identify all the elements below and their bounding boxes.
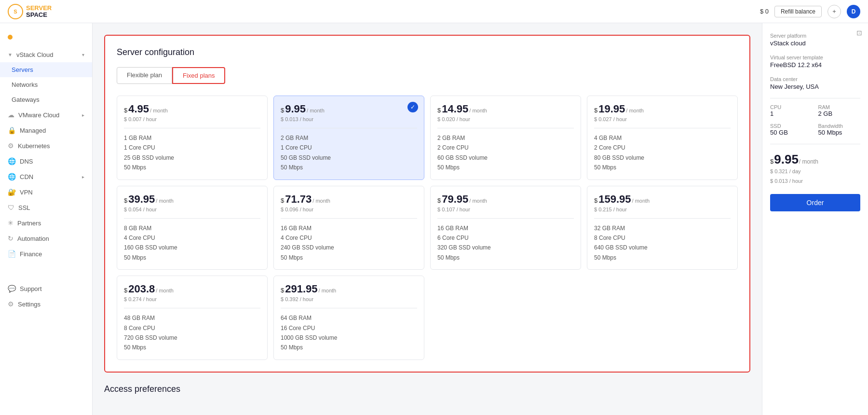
sidebar-item-cdn[interactable]: 🌐 CDN ▸ [0, 169, 92, 184]
plan-3-period: / month [469, 108, 487, 113]
bandwidth-label: Bandwidth [818, 123, 861, 129]
plan-8-hour: $ 0.215 / hour [594, 207, 731, 212]
sidebar-item-gateways[interactable]: Gateways [0, 92, 92, 107]
automation-icon: ↻ [8, 235, 14, 242]
sidebar-item-finance[interactable]: 📄 Finance [0, 246, 92, 262]
specs-grid: CPU 1 RAM 2 GB SSD 50 GB Bandwidth 50 Mb… [770, 104, 860, 136]
datacenter-value: New Jersey, USA [770, 83, 860, 90]
kubernetes-icon: ⚙ [8, 142, 14, 150]
plan-7-specs: 16 GB RAM 6 Core CPU 320 GB SSD volume 5… [437, 223, 574, 263]
tab-flexible[interactable]: Flexible plan [117, 67, 172, 84]
price-big-period: / month [799, 158, 818, 165]
order-button[interactable]: Order [770, 194, 860, 211]
plan-2-selected-icon: ✓ [407, 102, 418, 112]
plan-1-dollar: $ [124, 107, 127, 113]
plan-3-hour: $ 0.020 / hour [437, 116, 574, 122]
plan-2-amount: 9.95 [285, 103, 306, 115]
plan-9-period: / month [156, 288, 174, 293]
template-value: FreeBSD 12.2 x64 [770, 61, 860, 69]
plan-card-2[interactable]: $ 9.95 / month $ 0.013 / hour ✓ 2 GB RAM… [273, 96, 424, 180]
price-big-amount: 9.95 [774, 152, 799, 167]
sidebar-item-automation[interactable]: ↻ Automation [0, 231, 92, 246]
plan-10-dollar: $ [281, 287, 284, 293]
plan-4-amount: 19.95 [598, 103, 625, 115]
sidebar-item-kubernetes[interactable]: ⚙ Kubernetes [0, 138, 92, 153]
minimize-panel-button[interactable]: ⊡ [856, 29, 862, 37]
plan-card-7[interactable]: $ 79.95 / month $ 0.107 / hour 16 GB RAM… [430, 186, 581, 270]
plan-9-hour: $ 0.274 / hour [124, 296, 260, 302]
plan-card-10[interactable]: $ 291.95 / month $ 0.392 / hour 64 GB RA… [273, 276, 424, 360]
plan-2-dollar: $ [281, 107, 284, 113]
plan-6-amount: 71.73 [285, 193, 312, 206]
refill-balance-button[interactable]: Refill balance [774, 6, 822, 17]
sidebar-item-dns-label: DNS [20, 158, 33, 165]
plan-10-specs: 64 GB RAM 16 Core CPU 1000 GB SSD volume… [281, 313, 417, 353]
sidebar: ▼ vStack Cloud ▾ Servers Networks Gatewa… [0, 23, 93, 415]
sidebar-item-vpn-label: VPN [20, 189, 33, 196]
sidebar-item-managed[interactable]: 🔒 Managed [0, 123, 92, 138]
plan-4-hour: $ 0.027 / hour [594, 116, 731, 122]
managed-icon: 🔒 [8, 126, 16, 134]
chevron-down-icon: ▼ [8, 52, 13, 57]
server-platform-label: Server platform [770, 33, 860, 39]
sidebar-item-settings[interactable]: ⚙ Settings [0, 296, 92, 312]
plan-1-specs: 1 GB RAM 1 Core CPU 25 GB SSD volume 50 … [124, 133, 260, 173]
sidebar-item-networks[interactable]: Networks [0, 77, 92, 92]
plan-7-amount: 79.95 [442, 193, 468, 206]
plan-10-amount: 291.95 [285, 283, 317, 295]
price-hour: $ 0.013 / hour [770, 177, 860, 186]
template-label: Virtual server template [770, 55, 860, 60]
partners-icon: ✳ [8, 219, 14, 227]
chevron-right-icon2: ▸ [82, 112, 84, 118]
server-platform-value: vStack cloud [770, 40, 860, 47]
add-button[interactable]: + [827, 5, 841, 18]
ram-spec: RAM 2 GB [818, 104, 861, 117]
plan-tabs: Flexible plan Fixed plans [117, 67, 738, 84]
balance-amount: $ 0 [760, 8, 769, 15]
plan-5-hour: $ 0.054 / hour [124, 207, 260, 212]
plan-1-amount: 4.95 [128, 103, 149, 115]
plan-2-specs: 2 GB RAM 1 Core CPU 50 GB SSD volume 50 … [281, 133, 417, 173]
datacenter-row: Data center New Jersey, USA [770, 76, 860, 90]
plan-7-hour: $ 0.107 / hour [437, 207, 574, 212]
plan-card-1[interactable]: $ 4.95 / month $ 0.007 / hour 1 GB RAM 1… [117, 96, 268, 180]
plans-grid: $ 4.95 / month $ 0.007 / hour 1 GB RAM 1… [117, 96, 738, 360]
plan-2-period: / month [307, 108, 325, 113]
plan-10-hour: $ 0.392 / hour [281, 296, 417, 302]
sidebar-item-automation-label: Automation [17, 235, 49, 242]
sidebar-item-partners[interactable]: ✳ Partners [0, 215, 92, 231]
server-config-section: Server configuration Flexible plan Fixed… [104, 35, 750, 373]
plan-3-dollar: $ [437, 107, 441, 113]
tab-fixed[interactable]: Fixed plans [172, 67, 225, 84]
sidebar-item-support[interactable]: 💬 Support [0, 281, 92, 296]
plan-4-dollar: $ [594, 107, 597, 113]
sidebar-item-vstack[interactable]: ▼ vStack Cloud ▾ [0, 47, 92, 62]
sidebar-status-dot [8, 35, 13, 40]
ram-value: 2 GB [818, 110, 861, 117]
ssd-value: 50 GB [770, 129, 813, 136]
plan-card-5[interactable]: $ 39.95 / month $ 0.054 / hour 8 GB RAM … [117, 186, 268, 270]
plan-card-8[interactable]: $ 159.95 / month $ 0.215 / hour 32 GB RA… [587, 186, 738, 270]
plan-card-3[interactable]: $ 14.95 / month $ 0.020 / hour 2 GB RAM … [430, 96, 581, 180]
plan-5-dollar: $ [124, 197, 127, 204]
sidebar-item-settings-label: Settings [18, 301, 41, 308]
cdn-icon: 🌐 [8, 173, 16, 180]
plan-card-4[interactable]: $ 19.95 / month $ 0.027 / hour 4 GB RAM … [587, 96, 738, 180]
server-platform-row: Server platform vStack cloud [770, 33, 860, 47]
ram-label: RAM [818, 104, 861, 110]
sidebar-item-ssl[interactable]: 🛡 SSL [0, 200, 92, 215]
user-avatar[interactable]: D [847, 5, 860, 18]
dns-icon: 🌐 [8, 157, 16, 165]
sidebar-item-vmware[interactable]: ☁ VMware Cloud ▸ [0, 107, 92, 123]
bandwidth-spec: Bandwidth 50 Mbps [818, 123, 861, 136]
plan-4-specs: 4 GB RAM 2 Core CPU 80 GB SSD volume 50 … [594, 133, 731, 173]
plan-card-6[interactable]: $ 71.73 / month $ 0.096 / hour 16 GB RAM… [273, 186, 424, 270]
sidebar-item-dns[interactable]: 🌐 DNS [0, 153, 92, 169]
plan-9-dollar: $ [124, 287, 127, 293]
main-content: Server configuration Flexible plan Fixed… [93, 23, 762, 415]
sidebar-item-servers[interactable]: Servers [0, 62, 92, 77]
plan-card-9[interactable]: $ 203.8 / month $ 0.274 / hour 48 GB RAM… [117, 276, 268, 360]
sidebar-item-vpn[interactable]: 🔐 VPN [0, 184, 92, 200]
plan-6-specs: 16 GB RAM 4 Core CPU 240 GB SSD volume 5… [281, 223, 417, 263]
datacenter-label: Data center [770, 76, 860, 82]
